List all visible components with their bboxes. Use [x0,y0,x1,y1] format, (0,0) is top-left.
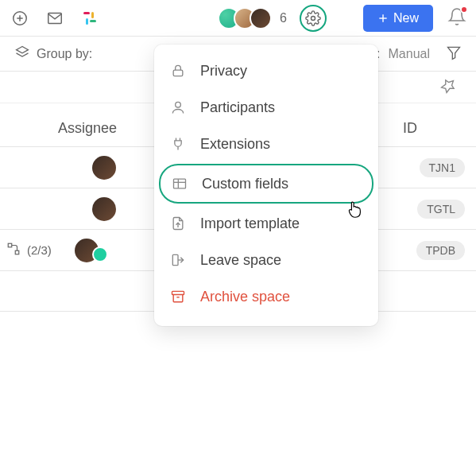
svg-rect-16 [174,179,186,188]
dropdown-item-privacy[interactable]: Privacy [154,52,378,89]
column-id[interactable]: ID [403,120,476,137]
settings-gear-icon[interactable] [300,5,327,32]
svg-point-15 [176,102,181,107]
svg-rect-20 [172,254,178,265]
svg-rect-14 [173,70,183,76]
user-icon [168,99,188,115]
subtask-count: (2/3) [27,243,52,257]
dropdown-item-import-template[interactable]: Import template [154,205,378,242]
assignee-avatar[interactable] [92,197,116,221]
id-badge: TPDB [416,241,465,260]
dropdown-item-label: Privacy [200,63,247,80]
dropdown-item-label: Archive space [200,289,290,305]
sort-value[interactable]: Manual [389,47,430,61]
dropdown-item-custom-fields[interactable]: Custom fields [159,164,373,204]
archive-icon [168,289,188,305]
settings-dropdown: Privacy Participants Extensions Custom f… [154,45,378,326]
column-assignee[interactable]: Assignee [0,120,159,137]
presence-count: 6 [280,11,287,25]
dropdown-item-label: Import template [200,215,300,232]
dropdown-item-participants[interactable]: Participants [154,89,378,126]
svg-rect-10 [15,250,19,254]
mail-icon[interactable] [45,8,65,29]
group-by-label[interactable]: Group by: [37,47,92,61]
svg-rect-22 [172,291,184,294]
assignee-extra-icon [92,246,108,262]
lock-icon [168,63,188,79]
slack-icon[interactable] [79,8,100,29]
pin-icon[interactable] [439,77,457,98]
svg-rect-9 [8,243,12,247]
svg-point-4 [311,16,315,20]
dropdown-item-label: Leave space [200,252,281,269]
import-icon [168,215,188,231]
avatar [250,7,272,29]
dropdown-item-label: Extensions [200,136,270,153]
dropdown-item-extensions[interactable]: Extensions [154,126,378,162]
leave-icon [168,252,188,268]
plug-icon [168,136,188,152]
dropdown-item-label: Custom fields [202,176,288,192]
new-button-label: New [393,11,419,25]
dropdown-item-archive-space[interactable]: Archive space [154,278,378,315]
id-badge: TGTL [417,200,465,219]
dropdown-item-label: Participants [200,99,275,116]
new-button[interactable]: New [363,5,433,32]
stack-icon [14,45,30,64]
svg-marker-7 [17,46,29,52]
subtask-icon [6,242,21,258]
presence-cluster[interactable]: 6 [218,7,287,29]
dropdown-item-leave-space[interactable]: Leave space [154,242,378,278]
table-icon [170,176,189,192]
notifications-bell-icon[interactable] [447,7,466,29]
id-badge: TJN1 [420,158,465,177]
svg-marker-8 [448,47,460,59]
assignee-avatar[interactable] [75,239,108,262]
notification-dot [460,6,468,14]
assignee-avatar[interactable] [92,156,116,180]
filter-icon[interactable] [446,45,462,64]
add-icon[interactable] [10,8,30,29]
